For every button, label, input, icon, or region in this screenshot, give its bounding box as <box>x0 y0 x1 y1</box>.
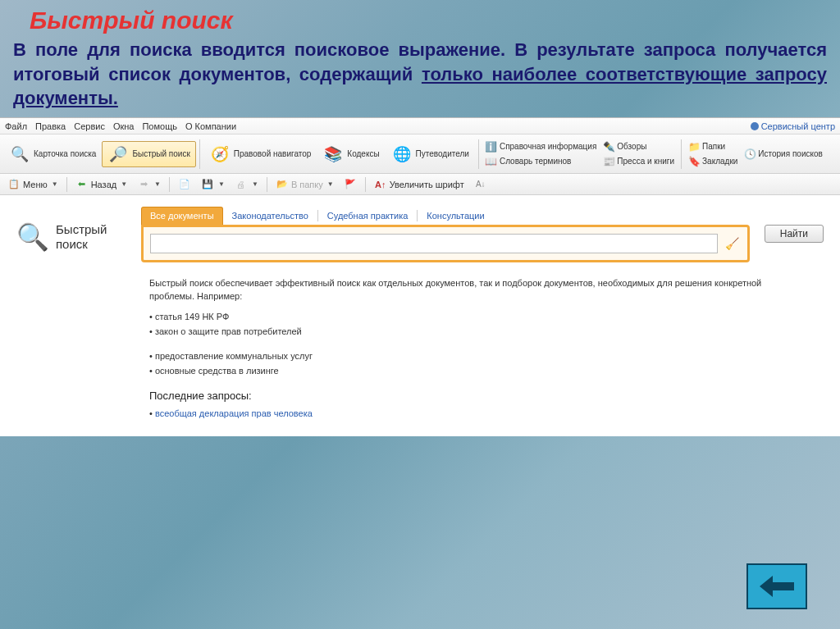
chevron-down-icon: ▼ <box>52 180 58 188</box>
menu-file[interactable]: Файл <box>5 121 27 131</box>
recent-query-link[interactable]: всеобщая декларация прав человека <box>149 408 773 421</box>
hints-list-1: статья 149 НК РФ закон о защите прав пот… <box>149 310 773 340</box>
chevron-down-icon: ▼ <box>121 180 127 188</box>
menu-windows[interactable]: Окна <box>113 121 135 131</box>
search-frame: 🧹 <box>141 225 750 262</box>
search-label-text: Быстрый поиск <box>56 222 131 252</box>
recent-queries-title: Последние запросы: <box>149 389 773 404</box>
menu-service[interactable]: Сервис <box>74 121 105 131</box>
toolbar-separator <box>365 177 366 192</box>
back-button[interactable]: ⬅ Назад ▼ <box>71 176 131 193</box>
guides-button[interactable]: 🌐 Путеводители <box>386 141 475 167</box>
press-label: Пресса и книги <box>617 157 674 166</box>
service-icon <box>751 122 759 130</box>
service-center-link[interactable]: Сервисный центр <box>751 121 835 131</box>
bookmarks-button[interactable]: 🔖Закладки <box>685 155 741 168</box>
newspaper-icon: 📰 <box>603 156 614 167</box>
quick-search-button[interactable]: 🔎 Быстрый поиск <box>102 141 195 167</box>
doc-icon: 📄 <box>178 178 191 191</box>
legal-nav-button[interactable]: 🧭 Правовой навигатор <box>203 141 317 167</box>
folder-into-icon: 📂 <box>276 178 289 191</box>
hint-item: статья 149 НК РФ <box>149 310 773 325</box>
save-icon: 💾 <box>201 178 214 191</box>
bookmarks-label: Закладки <box>702 157 737 166</box>
reviews-label: Обзоры <box>617 142 646 151</box>
font-increase-icon: A↑ <box>374 178 387 191</box>
increase-font-label: Увеличить шрифт <box>390 180 464 189</box>
info-icon: ℹ️ <box>486 141 497 153</box>
service-center-label: Сервисный центр <box>761 121 835 131</box>
reviews-button[interactable]: ✒️Обзоры <box>600 140 678 153</box>
tab-consult[interactable]: Консультации <box>418 207 493 225</box>
font-decrease-icon: A↓ <box>474 178 487 191</box>
hints-list-2: предоставление коммунальных услуг основн… <box>149 349 773 379</box>
app-window: Файл Правка Сервис Окна Помощь О Компани… <box>0 117 840 436</box>
bookmark-icon: 🔖 <box>688 156 700 167</box>
search-card-icon: 🔍 <box>9 144 30 165</box>
toolbar-separator <box>267 177 267 192</box>
input-broom-icon[interactable]: 🧹 <box>724 234 741 253</box>
history-button[interactable]: 🕓История поисков <box>741 148 825 161</box>
tab-all-docs[interactable]: Все документы <box>141 207 223 225</box>
history-label: История поисков <box>758 149 822 158</box>
magnifier-icon: 🔍 <box>16 221 49 253</box>
toolbar-separator <box>199 139 200 169</box>
search-card-button[interactable]: 🔍 Карточка поиска <box>3 141 102 167</box>
search-tabs: Все документы Законодательство Судебная … <box>141 207 750 225</box>
menu-icon: 📋 <box>7 178 21 191</box>
tool-btn-4[interactable]: 🚩 <box>340 176 361 193</box>
info-button[interactable]: ℹ️Справочная информация <box>482 140 600 153</box>
prev-slide-button[interactable] <box>746 563 807 609</box>
print-icon: 🖨 <box>235 178 248 191</box>
hint-item: основные средства в лизинге <box>149 364 773 379</box>
flag-icon: 🚩 <box>344 178 357 191</box>
tab-legislation[interactable]: Законодательство <box>223 207 317 225</box>
tool-btn-2[interactable]: 💾▼ <box>197 176 229 193</box>
to-folder-label: В папку <box>291 180 323 189</box>
quick-search-label: Быстрый поиск <box>132 149 189 158</box>
toolbar-separator <box>681 139 682 169</box>
menubar: Файл Правка Сервис Окна Помощь О Компани… <box>0 118 840 134</box>
chevron-down-icon: ▼ <box>252 180 258 188</box>
to-folder-button[interactable]: 📂 В папку ▼ <box>272 176 338 193</box>
folders-label: Папки <box>702 142 725 151</box>
chevron-down-icon: ▼ <box>218 180 225 188</box>
book-icon: 📖 <box>486 156 497 167</box>
hints-block: Быстрый поиск обеспечивает эффективный п… <box>149 277 773 420</box>
compass-icon: 🧭 <box>209 144 231 165</box>
menu-button[interactable]: 📋 Меню ▼ <box>3 176 62 193</box>
toolbar-separator <box>66 177 67 192</box>
folders-button[interactable]: 📁Папки <box>685 140 741 153</box>
search-panel-label: 🔍 Быстрый поиск <box>16 207 131 253</box>
toolbar-separator <box>169 177 170 192</box>
dict-button[interactable]: 📖Словарь терминов <box>482 155 600 168</box>
legal-nav-label: Правовой навигатор <box>234 149 312 158</box>
menu-help[interactable]: Помощь <box>142 121 177 131</box>
arrow-left-icon <box>758 574 796 599</box>
tab-court[interactable]: Судебная практика <box>318 207 417 225</box>
find-button[interactable]: Найти <box>765 225 824 243</box>
clock-icon: 🕓 <box>744 148 756 160</box>
books-icon: 📚 <box>322 144 344 165</box>
search-input[interactable] <box>150 234 718 253</box>
arrow-right-icon: ➡ <box>137 178 150 191</box>
toolbar-separator <box>478 139 479 169</box>
arrow-left-icon: ⬅ <box>75 178 89 191</box>
codexes-button[interactable]: 📚 Кодексы <box>317 141 385 167</box>
back-label: Назад <box>91 180 117 189</box>
search-area: 🔍 Быстрый поиск Все документы Законодате… <box>0 195 840 436</box>
slide-title: Быстрый поиск <box>0 0 840 38</box>
increase-font-button[interactable]: A↑ Увеличить шрифт <box>370 176 468 193</box>
menu-about[interactable]: О Компании <box>185 121 236 131</box>
tool-btn-1[interactable]: 📄 <box>174 176 195 193</box>
decrease-font-button[interactable]: A↓ <box>470 176 491 193</box>
tool-btn-3[interactable]: 🖨▼ <box>231 176 262 193</box>
press-button[interactable]: 📰Пресса и книги <box>600 155 678 168</box>
hints-intro: Быстрый поиск обеспечивает эффективный п… <box>149 277 773 303</box>
forward-button[interactable]: ➡ ▼ <box>133 176 165 193</box>
codexes-label: Кодексы <box>347 149 379 158</box>
menu-edit[interactable]: Правка <box>35 121 66 131</box>
chevron-down-icon: ▼ <box>327 180 334 188</box>
guides-label: Путеводители <box>416 149 469 158</box>
globe-icon: 🌐 <box>391 144 413 165</box>
